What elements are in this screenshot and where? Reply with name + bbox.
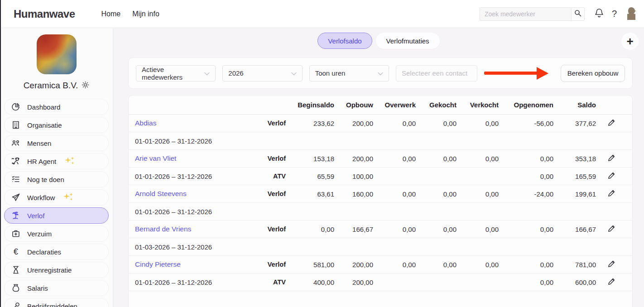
building-icon	[10, 120, 21, 130]
pie-chart-icon	[10, 102, 21, 111]
edit-button[interactable]	[605, 275, 618, 289]
pencil-icon	[608, 225, 615, 234]
edit-button[interactable]	[605, 222, 618, 236]
employee-link[interactable]: Arie van Vliet	[135, 154, 260, 163]
contact-input[interactable]	[396, 65, 477, 82]
bereken-opbouw-button[interactable]: Bereken opbouw	[561, 65, 625, 82]
sidebar-item-label: Bedrijfsmiddelen	[27, 302, 77, 307]
employee-link[interactable]: Arnold Steevens	[135, 190, 260, 198]
hourglass-icon	[10, 265, 21, 274]
add-button[interactable]: +	[621, 33, 639, 50]
employee-link[interactable]: Cindy Pieterse	[135, 260, 260, 269]
sidebar-item-dashboard[interactable]: Dashboard	[4, 99, 109, 115]
paper-plane-icon	[10, 193, 21, 202]
sidebar-item-verlof[interactable]: Verlof	[4, 207, 109, 224]
sidebar-item-declaraties[interactable]: € Declaraties	[4, 244, 109, 260]
sidebar-item-hr-agent[interactable]: HR Agent	[4, 153, 109, 169]
col-beginsaldo: Beginsaldo	[286, 101, 334, 109]
col-saldo: Saldo	[553, 101, 596, 109]
sidebar-item-label: Organisatie	[27, 121, 62, 129]
avatar-icon	[625, 6, 637, 21]
sidebar-item-nog-te-doen[interactable]: Nog te doen	[4, 171, 109, 187]
people-icon	[10, 139, 21, 148]
employee-filter-select[interactable]: Actieve medewerkers	[136, 65, 216, 82]
checklist-icon	[10, 175, 21, 184]
col-verkocht: Verkocht	[457, 101, 499, 109]
select-value: Toon uren	[315, 69, 346, 77]
sidebar-item-label: Verzuim	[27, 230, 52, 238]
period-range: 01-03-2026 – 31-12-2026	[135, 243, 260, 251]
search-icon	[574, 10, 582, 18]
search-button[interactable]	[571, 7, 585, 21]
col-opgenomen: Opgenomen	[499, 101, 553, 109]
euro-icon: €	[10, 247, 21, 257]
annotation-zone	[484, 67, 554, 80]
tab-verlofmutaties[interactable]: Verlofmutaties	[376, 33, 440, 49]
money-bag-icon	[10, 283, 21, 293]
table-row: 01-01-2026 – 31-12-2026	[129, 132, 632, 150]
period-range: 01-01-2026 – 31-12-2026	[135, 173, 260, 180]
sidebar-item-verzuim[interactable]: Verzuim	[4, 225, 109, 242]
employee-link[interactable]: Abdias	[135, 119, 260, 127]
sidebar-item-mensen[interactable]: Mensen	[4, 135, 109, 151]
chevron-down-icon	[378, 69, 383, 77]
sidebar-item-salaris[interactable]: Salaris	[4, 280, 109, 296]
plus-icon: +	[626, 35, 633, 47]
period-range: 01-01-2026 – 31-12-2026	[135, 278, 260, 286]
employee-search	[480, 7, 585, 21]
notifications-button[interactable]	[595, 8, 604, 19]
sidebar-item-organisatie[interactable]: Organisatie	[4, 117, 109, 133]
tab-verlofsaldo[interactable]: Verlofsaldo	[317, 33, 372, 49]
table-row: Cindy Pieterse Verlof 581,00 200,00 0,00…	[129, 256, 632, 273]
tab-label: Verlofmutaties	[386, 37, 429, 45]
nav-mijn-info[interactable]: Mijn info	[132, 10, 159, 18]
leave-balance-table: Beginsaldo Opbouw Overwerk Gekocht Verko…	[128, 95, 633, 307]
year-select[interactable]: 2026	[222, 65, 302, 82]
pencil-icon	[608, 260, 615, 269]
pencil-icon	[608, 119, 615, 128]
sidebar-item-label: HR Agent	[27, 158, 56, 165]
leave-type: Verlof	[260, 120, 286, 127]
edit-button[interactable]	[605, 169, 618, 183]
period-range: 01-01-2026 – 31-12-2026	[135, 208, 260, 216]
edit-button[interactable]	[605, 187, 618, 201]
select-value: Actieve medewerkers	[142, 66, 204, 81]
employee-link[interactable]: Bernard de Vriens	[135, 225, 260, 233]
search-input[interactable]	[480, 7, 571, 21]
pencil-icon	[608, 172, 615, 181]
display-mode-select[interactable]: Toon uren	[309, 65, 389, 82]
col-opbouw: Opbouw	[334, 101, 373, 109]
edit-button[interactable]	[605, 258, 618, 271]
period-range: 01-01-2026 – 31-12-2026	[135, 137, 260, 145]
nav-home[interactable]: Home	[101, 10, 121, 18]
company-logo[interactable]	[37, 34, 77, 74]
sidebar-item-bedrijfsmiddelen[interactable]: Bedrijfsmiddelen	[4, 298, 109, 307]
chevron-down-icon	[291, 69, 297, 77]
gear-icon[interactable]	[82, 81, 89, 91]
help-button[interactable]: ?	[612, 9, 617, 19]
sidebar-item-label: Dashboard	[27, 103, 60, 111]
sidebar-item-label: Urenregistratie	[27, 266, 72, 274]
sidebar-item-urenregistratie[interactable]: Urenregistratie	[4, 262, 109, 278]
table-row: Arnold Steevens Verlof 63,61 160,00 0,00…	[129, 185, 632, 203]
pencil-icon	[608, 278, 615, 287]
bell-icon	[595, 8, 604, 19]
leave-type: ATV	[260, 173, 286, 180]
humanwave-logo[interactable]: Humanwave	[14, 8, 75, 20]
red-arrow-annotation	[484, 67, 548, 80]
sidebar-item-label: Declaraties	[27, 248, 61, 256]
leave-type: Verlof	[260, 190, 286, 197]
medical-case-icon	[10, 229, 21, 238]
table-row: 01-03-2026 – 31-12-2026	[129, 238, 632, 256]
sidebar-item-label: Verlof	[27, 212, 44, 220]
leave-type: Verlof	[260, 261, 286, 268]
edit-button[interactable]	[605, 152, 618, 165]
filter-bar: Actieve medewerkers 2026 Toon uren Berek…	[128, 58, 633, 89]
user-avatar-button[interactable]	[625, 7, 637, 21]
table-row: 01-01-2026 – 31-12-2026 ATV 400,00 200,0…	[129, 273, 632, 291]
palm-tree-icon	[10, 211, 21, 220]
table-row: Bernard de Vriens Verlof 0,00 166,67 0,0…	[129, 221, 632, 238]
top-navigation: Home Mijn info	[101, 10, 159, 18]
sidebar-item-workflow[interactable]: Workflow	[4, 189, 109, 206]
edit-button[interactable]	[605, 116, 618, 130]
